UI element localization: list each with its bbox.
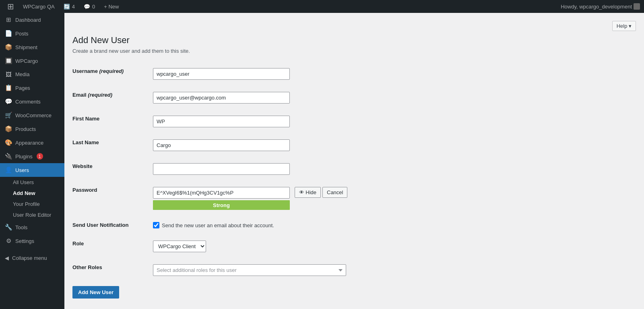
sidebar-item-users[interactable]: 👤 Users	[0, 163, 64, 177]
shipment-icon: 📦	[5, 44, 12, 51]
sidebar-item-dashboard[interactable]: ⊞ Dashboard	[0, 13, 64, 27]
collapse-menu-item[interactable]: ◀ Collapse menu	[0, 252, 64, 264]
add-user-form: Username (required) Email (required) Fir…	[72, 62, 636, 282]
eye-icon: 👁	[299, 189, 304, 195]
new-content-item[interactable]: + New	[101, 0, 122, 13]
sidebar-item-woocommerce[interactable]: 🛒 WooCommerce	[0, 108, 64, 122]
help-btn-row: Help ▾	[72, 21, 636, 31]
lastname-input[interactable]	[153, 139, 290, 151]
sidebar-item-label: Comments	[15, 99, 41, 105]
lastname-row: Last Name	[72, 133, 636, 157]
password-buttons: 👁 Hide Cancel	[295, 187, 348, 198]
lastname-label: Last Name	[72, 133, 153, 157]
send-notification-checkbox[interactable]	[153, 222, 159, 228]
password-row: Password Strong 👁 Hide Cancel	[72, 181, 636, 216]
woocommerce-icon: 🛒	[5, 112, 12, 119]
sidebar-item-plugins[interactable]: 🔌 Plugins 1	[0, 149, 64, 163]
submenu-item-user-role-editor[interactable]: User Role Editor	[0, 209, 64, 220]
comments-item[interactable]: 💬 0	[80, 0, 98, 13]
username-required: (required)	[99, 68, 124, 74]
other-roles-row: Other Roles Select additional roles for …	[72, 258, 636, 282]
notification-checkbox-label: Send the new user an email about their a…	[162, 222, 274, 228]
comments-icon: 💬	[84, 4, 90, 10]
site-name: WPCargo QA	[23, 4, 55, 10]
sidebar-item-label: Pages	[15, 85, 30, 91]
updates-icon: 🔄	[64, 4, 70, 10]
strength-label: Strong	[213, 202, 230, 208]
plugins-badge: 1	[37, 153, 43, 160]
new-label: + New	[104, 4, 119, 10]
sidebar-item-label: Settings	[15, 238, 34, 244]
email-label: Email (required)	[72, 86, 153, 110]
products-icon: 📦	[5, 125, 12, 133]
admin-menu: ⊞ Dashboard 📄 Posts 📦 Shipment 🔲 WPCargo…	[0, 13, 64, 309]
sidebar-item-products[interactable]: 📦 Products	[0, 122, 64, 136]
firstname-input[interactable]	[153, 116, 290, 127]
sidebar-item-label: Products	[15, 126, 36, 132]
collapse-label: Collapse menu	[12, 255, 47, 261]
sidebar-item-label: Posts	[15, 31, 29, 37]
submenu-item-your-profile[interactable]: Your Profile	[0, 199, 64, 209]
sidebar-item-label: Users	[15, 167, 29, 173]
sidebar-item-shipment[interactable]: 📦 Shipment	[0, 40, 64, 54]
hide-password-button[interactable]: 👁 Hide	[295, 187, 321, 198]
username-row: Username (required)	[72, 62, 636, 86]
wp-layout: ⊞ Dashboard 📄 Posts 📦 Shipment 🔲 WPCargo…	[0, 0, 644, 309]
password-input[interactable]	[153, 187, 290, 199]
sidebar-item-label: Dashboard	[15, 17, 41, 23]
sidebar-item-media[interactable]: 🖼 Media	[0, 68, 64, 81]
sidebar-item-label: Media	[15, 71, 29, 77]
wp-logo-item[interactable]: ⊞	[4, 0, 17, 13]
tools-icon: 🔧	[5, 224, 12, 231]
users-icon: 👤	[5, 166, 12, 174]
email-required: (required)	[88, 92, 112, 98]
add-new-user-button[interactable]: Add New User	[72, 286, 119, 299]
firstname-label: First Name	[72, 110, 153, 133]
website-label: Website	[72, 157, 153, 181]
sidebar-item-label: Plugins	[15, 153, 33, 160]
adminbar-left: ⊞ WPCargo QA 🔄 4 💬 0 + New	[4, 0, 122, 13]
site-name-item[interactable]: WPCargo QA	[20, 0, 58, 13]
appearance-icon: 🎨	[5, 139, 12, 146]
other-roles-label: Other Roles	[72, 258, 153, 282]
role-label: Role	[72, 234, 153, 258]
sidebar-item-settings[interactable]: ⚙ Settings	[0, 234, 64, 248]
website-input[interactable]	[153, 163, 290, 175]
adminbar-right: Howdy, wpcargo_development	[561, 3, 640, 10]
password-wrapper: Strong	[153, 187, 290, 210]
pages-icon: 📋	[5, 84, 12, 91]
sidebar-item-comments[interactable]: 💬 Comments	[0, 95, 64, 108]
sidebar-item-tools[interactable]: 🔧 Tools	[0, 220, 64, 234]
sidebar-item-appearance[interactable]: 🎨 Appearance	[0, 136, 64, 149]
sidebar-item-posts[interactable]: 📄 Posts	[0, 27, 64, 40]
sidebar-item-label: Appearance	[15, 140, 43, 146]
password-strength-bar: Strong	[153, 200, 290, 210]
sidebar-item-label: WPCargo	[15, 58, 38, 64]
updates-item[interactable]: 🔄 4	[60, 0, 78, 13]
password-label: Password	[72, 181, 153, 216]
sidebar-item-wpcargo[interactable]: 🔲 WPCargo	[0, 54, 64, 68]
howdy-text: Howdy, wpcargo_development	[561, 4, 632, 10]
email-input[interactable]	[153, 92, 290, 104]
wp-logo-icon: ⊞	[7, 2, 14, 11]
sidebar-item-label: WooCommerce	[15, 112, 52, 118]
firstname-row: First Name	[72, 110, 636, 133]
comments-count: 0	[92, 4, 95, 10]
submenu-item-all-users[interactable]: All Users	[0, 177, 64, 188]
dashboard-icon: ⊞	[5, 16, 12, 23]
plugins-icon: 🔌	[5, 153, 12, 160]
sidebar-item-pages[interactable]: 📋 Pages	[0, 81, 64, 95]
cancel-password-button[interactable]: Cancel	[322, 187, 347, 198]
submenu-item-add-new[interactable]: Add New	[0, 188, 64, 199]
avatar	[634, 3, 640, 10]
media-icon: 🖼	[5, 71, 12, 78]
other-roles-select[interactable]: Select additional roles for this user	[153, 264, 346, 276]
collapse-icon: ◀	[5, 255, 9, 261]
role-select[interactable]: WPCargo Client Administrator Editor Auth…	[153, 241, 206, 252]
username-input[interactable]	[153, 68, 290, 80]
page-description: Create a brand new user and add them to …	[72, 48, 636, 54]
help-button[interactable]: Help ▾	[612, 21, 636, 31]
posts-icon: 📄	[5, 30, 12, 37]
username-label: Username (required)	[72, 62, 153, 86]
email-row: Email (required)	[72, 86, 636, 110]
